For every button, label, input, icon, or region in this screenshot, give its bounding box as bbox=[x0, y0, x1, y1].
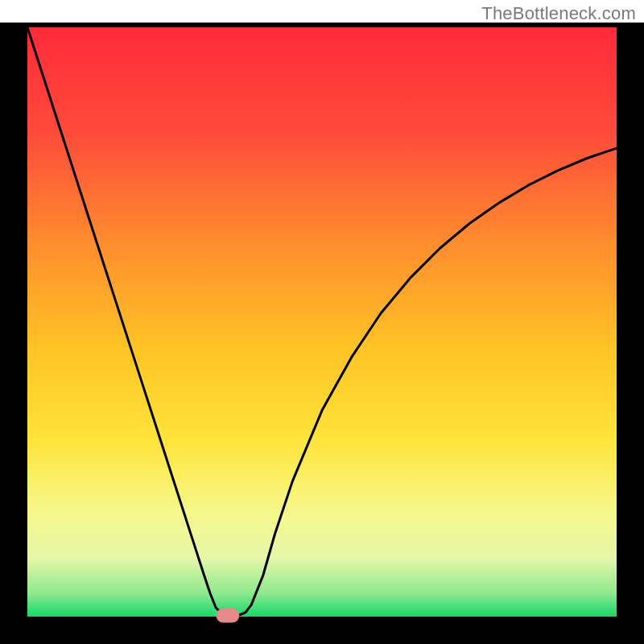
chart-plot-area bbox=[27, 27, 617, 617]
bottleneck-chart bbox=[0, 0, 644, 644]
chart-container: TheBottleneck.com bbox=[0, 0, 644, 644]
watermark-text: TheBottleneck.com bbox=[481, 3, 636, 24]
minimum-marker bbox=[216, 609, 239, 623]
